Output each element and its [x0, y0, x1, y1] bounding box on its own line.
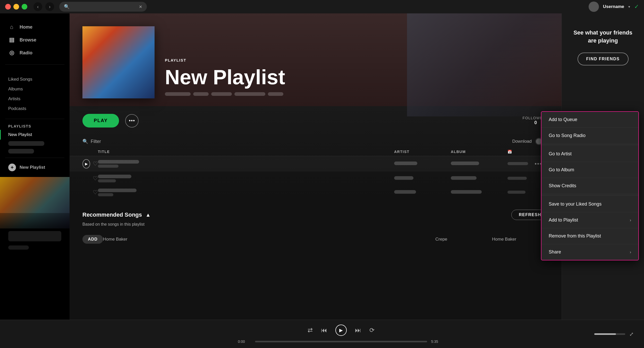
track-play-button[interactable]: ▶	[82, 159, 90, 168]
titlebar: ‹ › 🔍 ✕ Username ▾ ✓	[0, 0, 644, 13]
save-to-liked-label: Save to your Liked Songs	[549, 201, 601, 207]
shuffle-button[interactable]: ⇄	[308, 327, 313, 334]
header-album: ALBUM	[451, 150, 507, 154]
track-date-pill-3	[507, 191, 526, 194]
playlist-info: PLAYLIST New Playlist	[165, 58, 285, 98]
track-album-pill	[451, 162, 479, 165]
recommended-subtitle: Based on the songs in this playlist	[82, 222, 549, 227]
track-artist-cell-3	[394, 190, 451, 195]
sidebar-thumbnail	[0, 177, 70, 228]
filter-label: Filter	[91, 139, 101, 144]
context-menu: Add to Queue Go to Song Radio Go to Arti…	[541, 111, 639, 260]
friends-title: See what your friends are playing	[570, 29, 636, 45]
context-menu-divider-1	[541, 145, 638, 145]
track-artist-pill-3	[394, 190, 416, 194]
context-menu-show-credits[interactable]: Show Credits	[541, 178, 638, 194]
sidebar-item-browse[interactable]: ▤ Browse	[0, 33, 70, 46]
maximize-button[interactable]	[22, 4, 27, 10]
share-label: Share	[549, 249, 561, 255]
forward-button[interactable]: ›	[45, 2, 54, 11]
previous-button[interactable]: ⏮	[321, 327, 327, 334]
context-menu-go-to-album[interactable]: Go to Album	[541, 162, 638, 178]
filter-search-icon: 🔍	[82, 139, 88, 144]
context-menu-add-to-queue[interactable]: Add to Queue	[541, 112, 638, 128]
clear-icon[interactable]: ✕	[139, 4, 142, 9]
remove-from-playlist-label: Remove from this Playlist	[549, 233, 601, 239]
sidebar-item-liked-songs[interactable]: Liked Songs	[0, 74, 70, 84]
track-like-button-2[interactable]: ♡	[93, 175, 98, 182]
current-time: 0:00	[238, 339, 251, 344]
context-menu-remove-from-playlist[interactable]: Remove from this Playlist	[541, 228, 638, 244]
track-like-button-3[interactable]: ♡	[93, 189, 98, 196]
traffic-lights	[5, 4, 27, 10]
context-menu-save-to-liked[interactable]: Save to your Liked Songs	[541, 196, 638, 212]
track-play-like-col-2: ♡	[82, 175, 98, 182]
repeat-button[interactable]: ⟳	[369, 327, 375, 334]
track-play-like-col-3: ♡	[82, 189, 98, 196]
sidebar-divider-3	[5, 158, 64, 158]
bottom-player: ⇄ ⏮ ▶ ⏭ ⟳ 0:00 5:35 ⤢	[0, 320, 644, 348]
more-options-button[interactable]: •••	[125, 114, 139, 128]
context-menu-share[interactable]: Share ›	[541, 244, 638, 260]
progress-bar-container: 0:00 5:35	[238, 339, 444, 344]
header-date: 📅	[507, 150, 528, 154]
sidebar-item-radio[interactable]: ◎ Radio	[0, 46, 70, 59]
search-input[interactable]	[72, 4, 134, 10]
browse-icon: ▤	[8, 37, 15, 43]
volume-bar[interactable]	[594, 333, 625, 335]
home-icon: ⌂	[8, 24, 15, 30]
context-menu-go-to-song-radio[interactable]: Go to Song Radio	[541, 128, 638, 144]
table-row: ▶ ♡ •••	[70, 156, 562, 172]
track-album-pill-3	[451, 190, 482, 194]
verified-icon: ✓	[634, 3, 639, 10]
track-subtitle-pill-3	[98, 193, 113, 196]
track-like-button[interactable]: ♡	[93, 160, 98, 167]
progress-bar[interactable]	[255, 341, 427, 342]
sidebar-item-home[interactable]: ⌂ Home	[0, 21, 70, 33]
track-artist-cell-2	[394, 176, 451, 181]
show-credits-label: Show Credits	[549, 183, 576, 189]
header-artist: ARTIST	[394, 150, 451, 154]
sidebar-thumbnail-overlay	[0, 213, 70, 228]
track-artist-cell	[394, 162, 451, 166]
add-to-playlist-button[interactable]: ADD	[82, 235, 103, 244]
sidebar-item-podcasts[interactable]: Podcasts	[0, 104, 70, 114]
sidebar-item-artists[interactable]: Artists	[0, 94, 70, 104]
track-subtitle-pill-2	[98, 179, 116, 182]
track-date-cell-3	[507, 190, 528, 195]
header-play-col	[82, 150, 98, 154]
play-button[interactable]: PLAY	[82, 114, 119, 128]
download-label: Download	[512, 139, 532, 144]
track-album-cell-3	[451, 190, 507, 195]
user-name: Username	[603, 4, 624, 9]
sidebar-item-playlist-1[interactable]	[8, 141, 44, 146]
sidebar-item-playlist-2[interactable]	[8, 149, 34, 154]
find-friends-button[interactable]: FIND FRIENDS	[578, 53, 629, 65]
sidebar-nav-section: ⌂ Home ▤ Browse ◎ Radio	[0, 13, 70, 62]
meta-pill-5	[268, 92, 283, 96]
track-list-header: TITLE ARTIST ALBUM 📅	[70, 148, 562, 156]
sidebar-item-label: Home	[20, 24, 32, 30]
sidebar-item-new-playlist[interactable]: New Playlist	[0, 130, 70, 140]
fullscreen-button[interactable]: ⤢	[629, 331, 634, 337]
player-play-button[interactable]: ▶	[335, 325, 347, 336]
sidebar-divider	[5, 64, 64, 65]
track-date-cell	[507, 162, 528, 166]
new-playlist-button[interactable]: + New Playlist	[0, 160, 70, 174]
sidebar-footer-item-1	[8, 231, 61, 241]
player-right-controls: ⤢	[594, 331, 634, 337]
sidebar-item-albums[interactable]: Albums	[0, 84, 70, 94]
chevron-down-icon[interactable]: ▾	[628, 5, 630, 9]
minimize-button[interactable]	[13, 4, 19, 10]
next-button[interactable]: ⏭	[355, 327, 361, 334]
back-button[interactable]: ‹	[33, 2, 42, 11]
volume-fill	[594, 333, 616, 335]
playlists-label: PLAYLISTS	[0, 122, 70, 130]
meta-pill-1	[165, 92, 191, 96]
close-button[interactable]	[5, 4, 11, 10]
context-menu-add-to-playlist[interactable]: Add to Playlist ›	[541, 212, 638, 228]
sidebar-item-label: Browse	[20, 37, 36, 43]
context-menu-go-to-artist[interactable]: Go to Artist	[541, 146, 638, 162]
playlist-actions: PLAY ••• FOLLOWERS 0	[70, 106, 562, 135]
meta-pill-2	[193, 92, 209, 96]
